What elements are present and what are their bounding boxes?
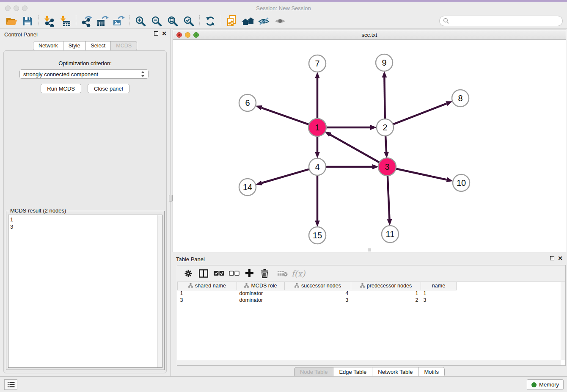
splitter-handle[interactable] — [169, 195, 173, 202]
table-cell: 3 — [178, 297, 237, 304]
tab-select[interactable]: Select — [86, 41, 111, 51]
tab-edge-table[interactable]: Edge Table — [333, 367, 372, 377]
edge-3-1[interactable] — [330, 135, 379, 163]
edge-2-9[interactable] — [384, 77, 385, 119]
float-table-panel-icon[interactable] — [550, 256, 554, 260]
table-row[interactable]: 1dominator411 — [178, 290, 457, 297]
network-view-window: × − + scc.txt 1234678910111415 — [173, 30, 566, 252]
search-input[interactable] — [449, 18, 555, 24]
import-table-button[interactable] — [57, 14, 73, 28]
delete-table-button[interactable] — [275, 267, 290, 280]
control-panel: Control Panel ✕ NetworkStyleSelectMCDS O… — [0, 29, 170, 378]
node-label-1: 1 — [315, 123, 319, 132]
node-label-11: 11 — [386, 229, 395, 239]
deselect-all-button[interactable] — [226, 267, 242, 280]
canvas-resize-handle[interactable] — [368, 248, 371, 251]
close-panel-icon[interactable]: ✕ — [162, 31, 167, 36]
run-mcds-button[interactable]: Run MCDS — [41, 84, 81, 93]
table-cell: 3 — [285, 297, 351, 304]
import-network-button[interactable] — [41, 14, 57, 28]
app-title: Session: New Session — [0, 5, 567, 11]
float-panel-icon[interactable] — [154, 31, 158, 36]
tab-style[interactable]: Style — [63, 41, 86, 51]
open-folder-icon — [6, 16, 17, 26]
memory-button[interactable]: Memory — [527, 379, 564, 390]
network-graph[interactable]: 1234678910111415 — [173, 40, 566, 253]
open-session-button[interactable] — [3, 14, 19, 28]
refresh-view-button[interactable] — [202, 14, 218, 28]
delete-column-button[interactable] — [257, 267, 272, 280]
column-header-MCDS-role[interactable]: MCDS role — [237, 282, 285, 290]
show-columns-button[interactable] — [196, 267, 211, 280]
node-label-7: 7 — [315, 59, 319, 68]
unchecked-boxes-icon — [229, 271, 239, 276]
node-table[interactable]: shared nameMCDS rolesuccessor nodesprede… — [177, 282, 561, 360]
edge-2-8[interactable] — [394, 104, 447, 124]
close-table-panel-icon[interactable]: ✕ — [558, 256, 563, 260]
node-label-6: 6 — [245, 98, 250, 108]
zoom-out-icon — [151, 16, 162, 27]
column-header-name[interactable]: name — [421, 282, 457, 290]
node-label-8: 8 — [458, 94, 462, 103]
result-scrollbar[interactable] — [157, 215, 162, 367]
memory-label: Memory — [539, 381, 559, 388]
zoom-selected-button[interactable] — [181, 14, 197, 28]
function-builder-button[interactable]: f(x) — [290, 267, 305, 280]
hide-selected-button[interactable] — [256, 14, 272, 28]
show-panels-button[interactable] — [4, 379, 17, 390]
application-window: Session: New Session — [0, 0, 567, 392]
edge-1-6[interactable] — [261, 108, 309, 124]
home-layout-button[interactable] — [240, 14, 256, 28]
edge-2-3[interactable] — [385, 136, 386, 152]
table-cell: 2 — [351, 297, 421, 304]
table-toolbar: f(x) — [177, 265, 565, 282]
export-network-button[interactable] — [79, 14, 95, 28]
close-panel-button[interactable]: Close panel — [88, 84, 129, 93]
tab-network-table[interactable]: Network Table — [372, 367, 418, 377]
tab-mcds[interactable]: MCDS — [111, 41, 137, 51]
memory-status-icon — [531, 382, 537, 387]
add-column-button[interactable] — [242, 267, 257, 280]
control-panel-tabs: NetworkStyleSelectMCDS — [0, 41, 170, 51]
tab-node-table[interactable]: Node Table — [294, 367, 334, 377]
edge-3-10[interactable] — [396, 168, 447, 179]
table-settings-button[interactable] — [181, 267, 196, 280]
node-label-10: 10 — [457, 178, 466, 188]
table-horizontal-scrollbar[interactable] — [177, 360, 561, 365]
table-vertical-scrollbar[interactable] — [561, 282, 565, 360]
network-overview-button[interactable] — [224, 14, 240, 28]
table-cell: 1 — [351, 290, 421, 297]
column-header-successor-nodes[interactable]: successor nodes — [285, 282, 351, 290]
export-image-button[interactable] — [111, 14, 127, 28]
table-row[interactable]: 3dominator323 — [178, 297, 457, 304]
show-all-button[interactable] — [272, 14, 288, 28]
edge-4-14[interactable] — [262, 169, 309, 183]
node-label-9: 9 — [382, 58, 386, 67]
optimization-criterion-dropdown[interactable]: strongly connected component — [19, 69, 149, 79]
search-field[interactable] — [439, 16, 563, 26]
import-network-icon — [44, 16, 55, 27]
table-panel-body: f(x) shared nameMCDS rolesuccessor nodes… — [177, 265, 566, 366]
table-cell: 4 — [285, 290, 351, 297]
column-header-predecessor-nodes[interactable]: predecessor nodes — [351, 282, 421, 290]
refresh-icon — [205, 16, 216, 27]
network-window-title: scc.txt — [173, 32, 566, 38]
zoom-fit-icon — [167, 16, 178, 27]
network-canvas[interactable]: 1234678910111415 — [173, 40, 566, 252]
panel-splitter[interactable] — [171, 29, 172, 378]
select-all-button[interactable] — [211, 267, 226, 280]
column-header-shared-name[interactable]: shared name — [178, 282, 237, 290]
export-table-icon — [97, 16, 109, 27]
toolbar-separator — [221, 15, 221, 27]
control-panel-title: Control Panel — [4, 31, 38, 38]
zoom-out-button[interactable] — [149, 14, 165, 28]
tab-network[interactable]: Network — [33, 41, 63, 51]
zoom-in-button[interactable] — [132, 14, 149, 28]
save-session-button[interactable] — [19, 14, 36, 28]
zoom-fit-button[interactable] — [165, 14, 181, 28]
tab-motifs[interactable]: Motifs — [418, 367, 445, 377]
edge-3-11[interactable] — [388, 176, 390, 219]
list-icon — [7, 381, 15, 388]
mcds-result-list[interactable]: 1 3 — [8, 215, 162, 368]
export-table-button[interactable] — [95, 14, 111, 28]
